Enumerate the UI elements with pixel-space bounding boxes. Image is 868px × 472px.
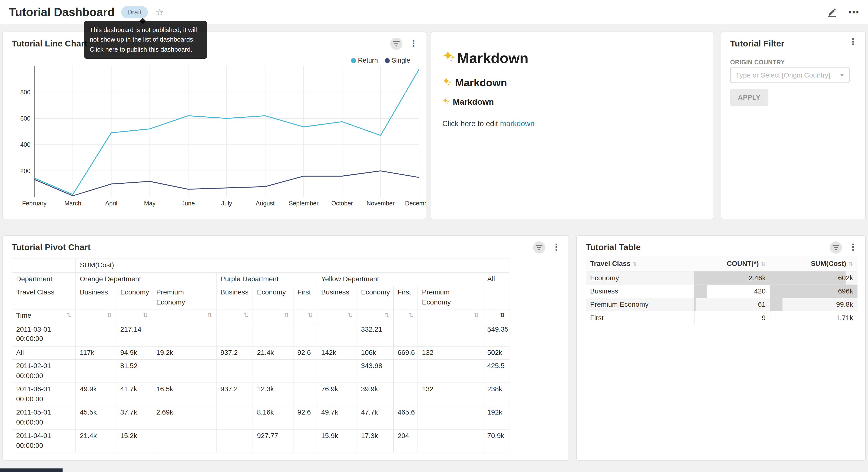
line-chart-menu-icon[interactable]: ⋮ bbox=[408, 39, 419, 48]
pivot-value-cell bbox=[253, 359, 293, 383]
pivot-value-cell bbox=[216, 359, 253, 383]
legend-dot bbox=[351, 58, 356, 63]
sort-icon[interactable]: ⇅ bbox=[66, 311, 71, 320]
pivot-sort-cell: ⇅ bbox=[317, 309, 357, 323]
travel-class-cell: Business bbox=[586, 285, 694, 298]
pivot-panel-menu-icon[interactable]: ⋮ bbox=[551, 243, 562, 252]
sparkles-icon bbox=[442, 77, 452, 89]
pivot-value-cell: 2.69k bbox=[152, 406, 216, 430]
x-axis-label: November bbox=[367, 200, 395, 207]
table-panel-menu-icon[interactable]: ⋮ bbox=[847, 243, 859, 252]
sort-icon[interactable]: ⇅ bbox=[848, 261, 853, 267]
line-chart-panel: Tutorial Line Chart ⋮ ReturnSingle 20040… bbox=[2, 32, 426, 219]
filter-indicator-icon[interactable] bbox=[830, 241, 842, 254]
sort-icon[interactable]: ⇅ bbox=[347, 311, 352, 320]
pivot-value-cell: 37.7k bbox=[116, 406, 152, 430]
origin-country-input[interactable] bbox=[736, 71, 838, 79]
filter-panel-title: Tutorial Filter bbox=[730, 39, 784, 49]
pivot-value-cell bbox=[152, 430, 216, 452]
x-axis-label: March bbox=[64, 200, 81, 207]
pivot-sort-cell: ⇅ bbox=[357, 309, 393, 323]
pivot-value-cell: 937.2 bbox=[216, 383, 253, 406]
pivot-sort-cell: ⇅ bbox=[152, 309, 216, 323]
x-axis-label: February bbox=[22, 200, 47, 207]
pivot-value-cell: 49.7k bbox=[317, 406, 357, 430]
markdown-panel[interactable]: Markdown Markdown Markdown Click here to… bbox=[431, 32, 714, 219]
filter-panel: Tutorial Filter ⋮ ORIGIN COUNTRY APPLY bbox=[721, 32, 866, 219]
sort-icon[interactable]: ⇅ bbox=[106, 311, 112, 320]
pivot-value-cell: 16.5k bbox=[152, 383, 216, 406]
pivot-corner-cell bbox=[12, 259, 75, 272]
pivot-sort-cell: ⇅ bbox=[483, 309, 509, 323]
pivot-row: 2011-02-01 00:00:0081.52343.98425.5 bbox=[12, 359, 509, 383]
origin-country-select[interactable] bbox=[730, 67, 850, 83]
pivot-sort-cell: ⇅ bbox=[394, 309, 418, 323]
sum-cost-cell: 99.8k bbox=[770, 298, 858, 311]
tooltip-text: This dashboard is not published, it will… bbox=[90, 27, 197, 52]
column-header[interactable]: COUNT(*)⇅ bbox=[694, 256, 770, 271]
filter-indicator-icon[interactable] bbox=[390, 38, 402, 50]
pivot-value-cell: 17.3k bbox=[357, 430, 393, 452]
sort-icon[interactable]: ⇅ bbox=[408, 311, 413, 320]
dashboard-page: Tutorial Dashboard Draft ☆ ⋯ This dashbo… bbox=[0, 0, 868, 472]
column-header[interactable]: Travel Class⇅ bbox=[586, 256, 694, 271]
pivot-value-cell: 39.9k bbox=[357, 383, 393, 406]
pivot-column-header: Economy bbox=[253, 286, 293, 309]
pivot-chart-panel: Tutorial Pivot Chart ⋮ SUM(Cost)Departme… bbox=[2, 235, 569, 461]
sort-icon[interactable]: ⇅ bbox=[500, 311, 505, 320]
pivot-sort-cell: ⇅ bbox=[116, 309, 152, 323]
draft-tooltip: This dashboard is not published, it will… bbox=[84, 21, 207, 58]
sort-icon[interactable]: ⇅ bbox=[207, 311, 212, 320]
travel-class-cell: First bbox=[586, 311, 694, 324]
count-cell: 2.46k bbox=[694, 271, 770, 285]
draft-badge[interactable]: Draft bbox=[121, 6, 148, 18]
legend-item[interactable]: Single bbox=[384, 57, 410, 64]
sort-icon[interactable]: ⇅ bbox=[308, 311, 313, 320]
pivot-value-cell: 343.98 bbox=[357, 359, 393, 383]
pivot-value-cell: 465.6 bbox=[394, 406, 418, 430]
y-axis-label: 200 bbox=[20, 168, 31, 174]
sort-icon[interactable]: ⇅ bbox=[633, 261, 638, 267]
header-more-icon[interactable]: ⋯ bbox=[848, 7, 859, 18]
pivot-table-scroll[interactable]: SUM(Cost)DepartmentOrange DepartmentPurp… bbox=[12, 259, 560, 452]
filter-indicator-icon[interactable] bbox=[533, 241, 545, 254]
markdown-link[interactable]: markdown bbox=[500, 120, 534, 128]
apply-button[interactable]: APPLY bbox=[730, 89, 768, 106]
pivot-value-cell: 21.4k bbox=[75, 430, 116, 452]
pivot-value-cell: 76.9k bbox=[317, 383, 357, 406]
pivot-panel-icons: ⋮ bbox=[533, 241, 562, 254]
pivot-sort-cell: ⇅ bbox=[216, 309, 253, 323]
pivot-value-cell bbox=[293, 323, 317, 346]
pivot-group-header: Purple Department bbox=[216, 272, 317, 286]
legend-item[interactable]: Return bbox=[351, 57, 378, 64]
pivot-value-cell bbox=[417, 323, 483, 346]
sort-icon[interactable]: ⇅ bbox=[761, 261, 766, 267]
travel-class-cell: Premium Economy bbox=[586, 298, 694, 311]
pivot-row-label: 2011-03-01 00:00:00 bbox=[12, 323, 75, 346]
sort-icon[interactable]: ⇅ bbox=[474, 311, 479, 320]
edit-dashboard-icon[interactable] bbox=[828, 7, 837, 17]
x-axis-label: July bbox=[221, 200, 232, 207]
sort-icon[interactable]: ⇅ bbox=[384, 311, 389, 320]
pivot-value-cell: 238k bbox=[483, 383, 509, 406]
column-header[interactable]: SUM(Cost)⇅ bbox=[770, 256, 858, 271]
sort-icon[interactable]: ⇅ bbox=[284, 311, 289, 320]
pivot-value-cell: 47.7k bbox=[357, 406, 393, 430]
y-axis-label: 800 bbox=[20, 89, 31, 96]
pivot-row-label: 2011-05-01 00:00:00 bbox=[12, 406, 75, 430]
markdown-h2: Markdown bbox=[442, 77, 703, 89]
filter-panel-menu-icon[interactable]: ⋮ bbox=[847, 38, 859, 47]
pivot-column-header: Premium Economy bbox=[417, 286, 483, 309]
table-row: Economy2.46k602k bbox=[586, 271, 858, 285]
sort-icon[interactable]: ⇅ bbox=[244, 311, 249, 320]
markdown-h1: Markdown bbox=[442, 50, 703, 67]
sort-icon[interactable]: ⇅ bbox=[143, 311, 148, 320]
pivot-value-cell bbox=[253, 323, 293, 346]
pivot-column-header: Premium Economy bbox=[152, 286, 216, 309]
pivot-value-cell: 937.2 bbox=[216, 346, 253, 359]
favorite-star-icon[interactable]: ☆ bbox=[156, 6, 164, 18]
pivot-dim-label: Travel Class bbox=[12, 286, 75, 309]
pivot-value-cell bbox=[317, 323, 357, 346]
markdown-h2-text: Markdown bbox=[455, 77, 507, 89]
pivot-value-cell bbox=[394, 359, 418, 383]
